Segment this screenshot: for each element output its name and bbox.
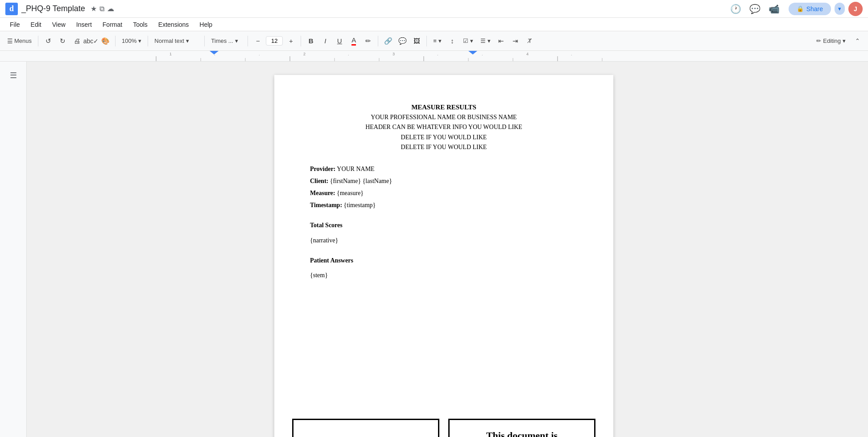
menus-icon: ☰ xyxy=(7,37,13,45)
spellcheck-button[interactable]: abc✓ xyxy=(85,35,97,47)
zoom-selector[interactable]: 100% ▾ xyxy=(119,36,144,46)
document-title: _PHQ-9 Template xyxy=(21,4,85,13)
timestamp-row: Timestamp: {timestamp} xyxy=(310,200,578,211)
bottom-boxes: Client responses will auto-fill into thi… xyxy=(274,419,613,437)
clear-format-button[interactable]: T̸ xyxy=(524,35,536,47)
cloud-icon[interactable]: ☁ xyxy=(107,4,114,13)
patient-answers-heading: Patient Answers xyxy=(310,255,578,266)
menu-edit[interactable]: Edit xyxy=(26,19,46,30)
svg-text:.: . xyxy=(348,52,349,56)
italic-icon: I xyxy=(324,37,326,45)
header-icons: 🕐 💬 📹 xyxy=(730,4,780,14)
svg-text:.: . xyxy=(259,52,260,56)
underline-button[interactable]: U xyxy=(333,35,346,47)
header-line-5: DELETE IF YOU WOULD LIKE xyxy=(310,142,578,152)
paint-format-button[interactable]: 🎨 xyxy=(99,35,112,47)
svg-marker-22 xyxy=(468,51,477,54)
client-value: {firstName} {lastName} xyxy=(330,178,392,184)
zoom-value: 100% xyxy=(122,37,136,44)
editing-mode-selector[interactable]: ✏ Editing ▾ xyxy=(813,36,849,46)
font-selector[interactable]: Times ... ▾ xyxy=(208,36,244,46)
share-chevron-button[interactable]: ▾ xyxy=(835,3,845,15)
highlight-icon: ✏ xyxy=(365,37,371,45)
measure-value: {measure} xyxy=(337,190,364,196)
left-info-box: Client responses will auto-fill into thi… xyxy=(292,419,439,437)
measure-row: Measure: {measure} xyxy=(310,187,578,199)
menus-button[interactable]: ☰ Menus xyxy=(4,36,34,46)
docs-icon: d xyxy=(5,3,18,15)
comment-icon[interactable]: 💬 xyxy=(749,4,761,14)
align-selector[interactable]: ≡ ▾ xyxy=(430,36,444,46)
left-sidebar: ☰ xyxy=(0,62,27,437)
svg-text:4: 4 xyxy=(526,52,529,56)
menu-format[interactable]: Format xyxy=(98,19,127,30)
menu-tools[interactable]: Tools xyxy=(128,19,152,30)
font-size-minus-button[interactable]: − xyxy=(252,35,264,47)
style-selector[interactable]: Normal text ▾ xyxy=(152,36,201,46)
bold-button[interactable]: B xyxy=(305,35,317,47)
share-button[interactable]: 🔒 Share xyxy=(789,3,831,15)
menu-view[interactable]: View xyxy=(48,19,70,30)
menu-extensions[interactable]: Extensions xyxy=(154,19,193,30)
italic-button[interactable]: I xyxy=(319,35,331,47)
checklist-icon: ☑ xyxy=(463,37,468,44)
page: MEASURE RESULTS YOUR PROFESSIONAL NAME O… xyxy=(274,75,613,437)
align-chevron: ▾ xyxy=(438,37,442,44)
undo-button[interactable]: ↺ xyxy=(42,35,54,47)
collapse-toolbar-button[interactable]: ⌃ xyxy=(851,35,864,47)
link-button[interactable]: 🔗 xyxy=(382,35,394,47)
highlight-button[interactable]: ✏ xyxy=(362,35,374,47)
svg-text:.: . xyxy=(437,52,438,56)
title-actions: ★ ⧉ ☁ xyxy=(91,4,114,13)
font-size-plus-icon: + xyxy=(289,37,293,45)
checklist-chevron: ▾ xyxy=(470,37,473,44)
comment-inline-icon: 💬 xyxy=(398,37,407,45)
stem-placeholder: {stem} xyxy=(310,270,578,281)
doc-area: MEASURE RESULTS YOUR PROFESSIONAL NAME O… xyxy=(27,62,861,437)
svg-text:1: 1 xyxy=(169,52,172,56)
list-selector[interactable]: ☰ ▾ xyxy=(478,36,493,46)
indent-decrease-button[interactable]: ⇤ xyxy=(495,35,508,47)
svg-marker-21 xyxy=(210,51,219,54)
menus-label: Menus xyxy=(14,37,32,44)
print-button[interactable]: 🖨 xyxy=(70,35,83,47)
menu-file[interactable]: File xyxy=(5,19,25,30)
undo-icon: ↺ xyxy=(45,37,51,45)
header-line-4: DELETE IF YOU WOULD LIKE xyxy=(310,133,578,142)
indent-increase-button[interactable]: ⇥ xyxy=(509,35,522,47)
font-size-input[interactable] xyxy=(266,36,283,46)
svg-text:2: 2 xyxy=(303,52,306,56)
avatar: J xyxy=(848,2,863,16)
menu-help[interactable]: Help xyxy=(195,19,217,30)
svg-text:.: . xyxy=(571,52,572,56)
video-icon[interactable]: 📹 xyxy=(769,4,780,14)
checklist-selector[interactable]: ☑ ▾ xyxy=(460,36,476,46)
doc-header: MEASURE RESULTS YOUR PROFESSIONAL NAME O… xyxy=(310,102,578,153)
inline-comment-button[interactable]: 💬 xyxy=(396,35,409,47)
font-label: Times ... xyxy=(211,37,233,44)
outline-icon[interactable]: ☰ xyxy=(10,71,17,80)
indent-decrease-icon: ⇤ xyxy=(498,37,504,45)
copy-icon[interactable]: ⧉ xyxy=(99,5,104,13)
font-size-plus-button[interactable]: + xyxy=(285,35,297,47)
font-chevron: ▾ xyxy=(235,37,238,44)
measure-label: Measure: xyxy=(310,190,335,196)
menu-insert[interactable]: Insert xyxy=(72,19,96,30)
separator-8 xyxy=(426,36,427,46)
provider-label: Provider: xyxy=(310,166,335,172)
doc-body: Provider: YOUR NAME Client: {firstName} … xyxy=(310,163,578,281)
text-color-button[interactable]: A xyxy=(347,35,360,47)
svg-text:.: . xyxy=(482,52,483,56)
star-icon[interactable]: ★ xyxy=(91,4,97,13)
history-icon[interactable]: 🕐 xyxy=(730,4,741,14)
redo-icon: ↻ xyxy=(60,37,66,45)
zoom-chevron: ▾ xyxy=(138,37,141,44)
separator-6 xyxy=(301,36,301,46)
redo-button[interactable]: ↻ xyxy=(56,35,69,47)
timestamp-value: {timestamp} xyxy=(344,202,376,208)
image-button[interactable]: 🖼 xyxy=(410,35,423,47)
header-line-1: MEASURE RESULTS xyxy=(310,102,578,112)
right-sidebar xyxy=(861,62,868,437)
list-icon: ☰ xyxy=(480,37,486,44)
line-spacing-button[interactable]: ↕ xyxy=(446,35,459,47)
